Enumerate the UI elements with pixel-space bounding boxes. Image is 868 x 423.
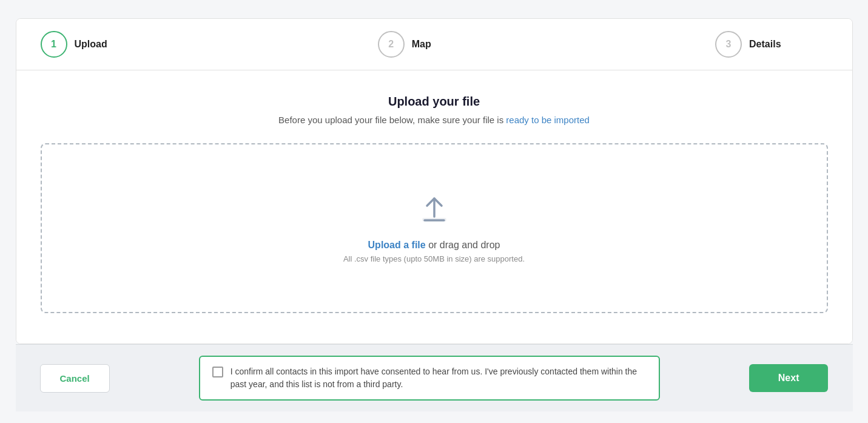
svg-rect-0	[422, 218, 446, 222]
footer: Cancel I confirm all contacts in this im…	[16, 344, 853, 411]
consent-container: I confirm all contacts in this import ha…	[199, 356, 660, 401]
upload-or-text: or drag and drop	[426, 240, 500, 250]
subtitle: Before you upload your file below, make …	[41, 115, 828, 125]
upload-icon	[417, 194, 451, 230]
step-2-label: Map	[412, 39, 431, 50]
step-3-label: Details	[749, 39, 781, 50]
step-3: 3 Details	[715, 31, 827, 58]
consent-text: I confirm all contacts in this import ha…	[230, 365, 647, 391]
upload-link[interactable]: Upload a file	[368, 240, 426, 250]
step-3-circle: 3	[715, 31, 742, 58]
consent-checkbox[interactable]	[212, 367, 223, 377]
upload-cta: Upload a file or drag and drop	[368, 240, 500, 251]
next-button[interactable]: Next	[749, 364, 829, 392]
upload-subtext: All .csv file types (upto 50MB in size) …	[343, 254, 525, 263]
ready-link[interactable]: ready to be imported	[506, 115, 590, 125]
step-2-circle: 2	[378, 31, 405, 58]
cancel-button[interactable]: Cancel	[40, 364, 110, 393]
step-2: 2 Map	[378, 31, 490, 58]
stepper: 1 Upload 2 Map 3 Details	[16, 19, 852, 70]
page-title: Upload your file	[41, 95, 828, 109]
step-1: 1 Upload	[41, 31, 153, 58]
subtitle-text: Before you upload your file below, make …	[278, 115, 503, 125]
drop-zone[interactable]: Upload a file or drag and drop All .csv …	[41, 143, 828, 313]
step-1-label: Upload	[75, 39, 107, 50]
step-1-circle: 1	[41, 31, 67, 58]
content-area: Upload your file Before you upload your …	[16, 70, 852, 343]
